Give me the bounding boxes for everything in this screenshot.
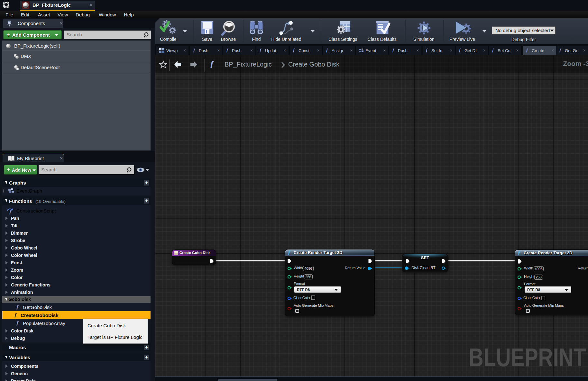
svg-text:ƒ: ƒ [9, 209, 12, 214]
